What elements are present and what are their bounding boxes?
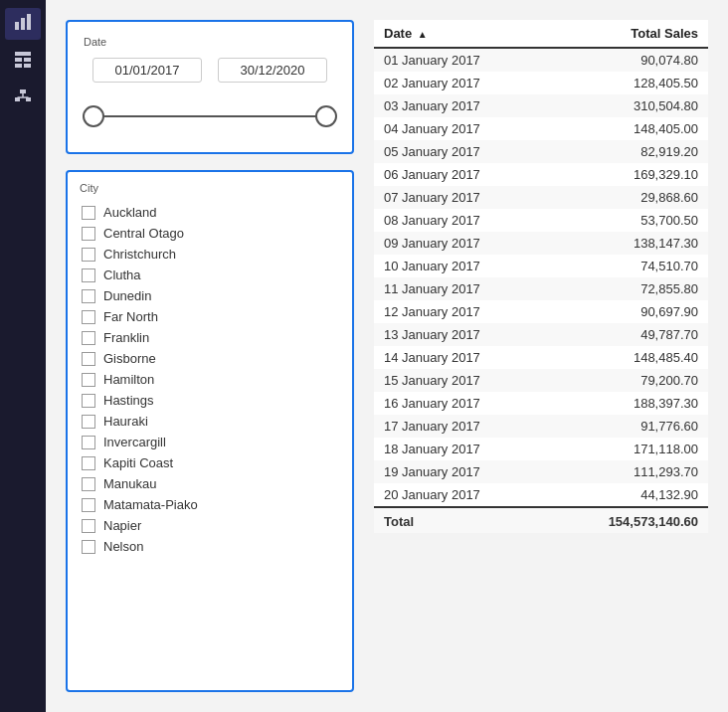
right-panel: Date ▲ Total Sales 01 January 2017 90,07… xyxy=(374,20,708,692)
table-row: 16 January 2017 188,397.30 xyxy=(374,392,708,415)
city-item[interactable]: Dunedin xyxy=(80,285,340,306)
city-item[interactable]: Invercargill xyxy=(80,432,340,452)
cell-date: 16 January 2017 xyxy=(374,392,546,415)
city-name: Auckland xyxy=(103,205,156,220)
cell-date: 03 January 2017 xyxy=(374,94,546,117)
cell-date: 06 January 2017 xyxy=(374,163,546,186)
cell-sales: 171,118.00 xyxy=(546,438,708,460)
city-item[interactable]: Manukau xyxy=(80,473,340,494)
svg-rect-8 xyxy=(20,89,26,93)
table-row: 05 January 2017 82,919.20 xyxy=(374,140,708,163)
sidebar-item-hierarchy[interactable] xyxy=(5,84,41,115)
date-end-input[interactable] xyxy=(218,58,327,83)
city-checkbox[interactable] xyxy=(82,248,95,262)
city-name: Franklin xyxy=(103,330,149,345)
city-checkbox[interactable] xyxy=(82,436,95,449)
cell-sales: 74,510.70 xyxy=(546,255,708,277)
table-row: 09 January 2017 138,147.30 xyxy=(374,232,708,255)
city-item[interactable]: Napier xyxy=(80,515,340,536)
col-date-header[interactable]: Date ▲ xyxy=(374,20,546,48)
table-row: 12 January 2017 90,697.90 xyxy=(374,300,708,323)
city-checkbox[interactable] xyxy=(82,331,95,345)
date-inputs xyxy=(84,58,336,83)
col-sales-header[interactable]: Total Sales xyxy=(546,20,708,48)
city-item[interactable]: Hastings xyxy=(80,390,340,411)
cell-sales: 111,293.70 xyxy=(546,460,708,483)
city-checkbox[interactable] xyxy=(82,289,95,303)
city-item[interactable]: Christchurch xyxy=(80,244,340,265)
city-checkbox[interactable] xyxy=(82,415,95,429)
city-item[interactable]: Auckland xyxy=(80,202,340,223)
table-row: 02 January 2017 128,405.50 xyxy=(374,72,708,94)
svg-rect-5 xyxy=(24,58,31,62)
cell-date: 07 January 2017 xyxy=(374,186,546,209)
city-checkbox[interactable] xyxy=(82,519,95,533)
date-filter-label: Date xyxy=(84,36,336,48)
city-name: Manukau xyxy=(103,476,156,491)
city-checkbox[interactable] xyxy=(82,456,95,470)
svg-rect-4 xyxy=(15,58,22,62)
city-item[interactable]: Franklin xyxy=(80,327,340,348)
city-checkbox[interactable] xyxy=(82,268,95,282)
city-item[interactable]: Central Otago xyxy=(80,223,340,244)
city-checkbox[interactable] xyxy=(82,352,95,366)
table-footer: Total 154,573,140.60 xyxy=(374,507,708,533)
city-item[interactable]: Kapiti Coast xyxy=(80,452,340,473)
cell-sales: 29,868.60 xyxy=(546,186,708,209)
city-checkbox[interactable] xyxy=(82,540,95,554)
cell-sales: 90,697.90 xyxy=(546,300,708,323)
cell-sales: 82,919.20 xyxy=(546,140,708,163)
total-label: Total xyxy=(374,507,546,533)
sidebar xyxy=(0,0,46,712)
city-checkbox[interactable] xyxy=(82,206,95,220)
table-row: 19 January 2017 111,293.70 xyxy=(374,460,708,483)
cell-date: 05 January 2017 xyxy=(374,140,546,163)
sidebar-item-table[interactable] xyxy=(5,46,41,78)
city-item[interactable]: Gisborne xyxy=(80,348,340,369)
city-item[interactable]: Matamata-Piako xyxy=(80,494,340,515)
city-checkbox[interactable] xyxy=(82,498,95,512)
city-item[interactable]: Hamilton xyxy=(80,369,340,390)
bar-chart-icon xyxy=(13,12,33,36)
city-list[interactable]: Auckland Central Otago Christchurch Clut… xyxy=(80,202,340,678)
table-row: 15 January 2017 79,200.70 xyxy=(374,369,708,392)
city-checkbox[interactable] xyxy=(82,227,95,241)
cell-date: 15 January 2017 xyxy=(374,369,546,392)
table-body: 01 January 2017 90,074.80 02 January 201… xyxy=(374,48,708,507)
table-row: 11 January 2017 72,855.80 xyxy=(374,277,708,300)
svg-rect-2 xyxy=(27,14,31,30)
cell-sales: 148,405.00 xyxy=(546,117,708,140)
table-row: 14 January 2017 148,485.40 xyxy=(374,346,708,369)
city-item[interactable]: Hauraki xyxy=(80,411,340,432)
city-checkbox[interactable] xyxy=(82,394,95,408)
sidebar-item-barchart[interactable] xyxy=(5,8,41,40)
table-row: 03 January 2017 310,504.80 xyxy=(374,94,708,117)
city-name: Hastings xyxy=(103,393,154,408)
cell-sales: 148,485.40 xyxy=(546,346,708,369)
city-checkbox[interactable] xyxy=(82,373,95,387)
city-checkbox[interactable] xyxy=(82,477,95,491)
city-name: Hauraki xyxy=(103,414,148,429)
cell-date: 04 January 2017 xyxy=(374,117,546,140)
slider-thumb-right[interactable] xyxy=(315,105,337,127)
city-name: Matamata-Piako xyxy=(103,497,198,512)
cell-sales: 53,700.50 xyxy=(546,209,708,232)
cell-date: 08 January 2017 xyxy=(374,209,546,232)
slider-thumb-left[interactable] xyxy=(83,105,104,127)
svg-rect-3 xyxy=(15,52,31,56)
city-item[interactable]: Nelson xyxy=(80,536,340,557)
city-item[interactable]: Far North xyxy=(80,306,340,327)
cell-date: 09 January 2017 xyxy=(374,232,546,255)
date-slider[interactable] xyxy=(84,100,336,132)
cell-date: 17 January 2017 xyxy=(374,415,546,438)
cell-sales: 128,405.50 xyxy=(546,72,708,94)
city-item[interactable]: Clutha xyxy=(80,265,340,285)
table-row: 17 January 2017 91,776.60 xyxy=(374,415,708,438)
hierarchy-icon xyxy=(13,88,33,111)
cell-date: 19 January 2017 xyxy=(374,460,546,483)
city-name: Invercargill xyxy=(103,435,166,449)
city-name: Far North xyxy=(103,309,158,324)
date-start-input[interactable] xyxy=(92,58,202,83)
city-checkbox[interactable] xyxy=(82,310,95,324)
cell-sales: 91,776.60 xyxy=(546,415,708,438)
